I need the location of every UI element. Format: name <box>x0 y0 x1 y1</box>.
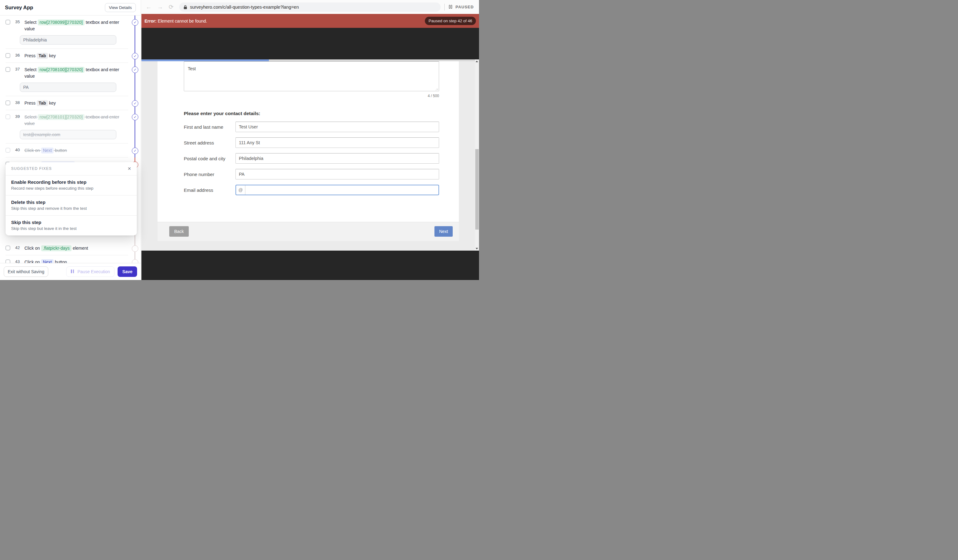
step-row[interactable]: 35Select row[2708099][270320] textbox an… <box>0 16 141 49</box>
fix-description: Skip this step but leave it in the test <box>11 226 131 231</box>
survey-next-button[interactable]: Next <box>435 226 453 237</box>
step-checkbox[interactable] <box>6 100 10 105</box>
left-panel: Survey App View Details 35Select row[270… <box>0 0 141 280</box>
step-target-chip: Tab <box>37 53 48 59</box>
pause-icon <box>71 269 75 274</box>
step-status-check-icon: ✓ <box>132 100 138 107</box>
step-checkbox[interactable] <box>6 114 10 119</box>
step-value-input[interactable]: test@example.com <box>20 130 116 139</box>
step-text: button <box>54 260 67 263</box>
field-value: 111 Any St <box>239 140 260 145</box>
url-bar[interactable]: surveyhero.com/c/all-question-types-exam… <box>179 3 441 12</box>
step-checkbox[interactable] <box>6 260 10 263</box>
pause-execution-button: Pause Execution <box>66 267 114 277</box>
form-row: First and last nameTest User <box>184 122 439 132</box>
close-icon[interactable]: ✕ <box>127 166 131 171</box>
step-row[interactable]: 42Click on .flatpickr-days element <box>0 241 141 255</box>
step-status-check-icon: ✓ <box>132 53 138 59</box>
field-value: Test User <box>239 124 258 129</box>
step-number: 38 <box>15 100 24 105</box>
step-row[interactable]: 37Select row[2708100][270320] textbox an… <box>0 63 141 96</box>
error-banner: Error: Element cannot be found. Paused o… <box>141 14 479 28</box>
step-text: Click on <box>24 260 41 263</box>
field-input[interactable]: Philadelphia <box>235 153 439 164</box>
step-row[interactable]: 38Press Tab key✓ <box>0 96 141 110</box>
save-button[interactable]: Save <box>117 267 137 277</box>
step-status-pending-icon <box>132 259 138 263</box>
suggested-fixes-title: SUGGESTED FIXES <box>11 167 52 171</box>
step-row[interactable]: 43Click on Next button <box>0 255 141 263</box>
scroll-up-icon[interactable] <box>476 61 478 62</box>
step-text: Select <box>24 20 38 25</box>
suggested-fix-item[interactable]: Delete this stepSkip this step and remov… <box>6 195 137 216</box>
step-value-input[interactable]: PA <box>20 82 116 92</box>
char-counter: 4 / 500 <box>184 94 439 98</box>
field-input[interactable]: PA <box>235 169 439 179</box>
step-checkbox[interactable] <box>6 148 10 152</box>
view-details-button[interactable]: View Details <box>105 3 136 12</box>
pause-status-icon <box>449 4 453 10</box>
survey-screen: Test 4 / 500 Please enter your contact d… <box>141 59 479 251</box>
field-input[interactable]: @ <box>235 185 439 195</box>
step-checkbox[interactable] <box>6 246 10 250</box>
step-number: 40 <box>15 147 24 152</box>
fix-title: Delete this step <box>11 200 131 205</box>
field-label: Email address <box>184 187 235 193</box>
step-number: 43 <box>15 259 24 263</box>
step-description: Select row[2708099][270320] textbox and … <box>24 19 123 32</box>
step-description: Select row[2708100][270320] textbox and … <box>24 67 123 79</box>
step-row[interactable]: 40Click on Next button✓ <box>0 144 141 157</box>
survey-page: Test 4 / 500 Please enter your contact d… <box>141 61 475 251</box>
step-status-check-icon: ✓ <box>132 148 138 154</box>
url-text: surveyhero.com/c/all-question-types-exam… <box>190 5 299 10</box>
contact-details-heading: Please enter your contact details: <box>184 111 260 116</box>
fix-title: Enable Recording before this step <box>11 179 131 185</box>
panel-footer: Exit without Saving Pause Execution Save <box>0 263 141 280</box>
step-target-chip: Next <box>41 259 54 263</box>
fix-title: Skip this step <box>11 220 131 225</box>
navbar-divider <box>444 4 445 11</box>
survey-footer: Back Next <box>157 222 459 241</box>
browser-scrollbar[interactable] <box>475 59 479 251</box>
step-number: 36 <box>15 52 24 57</box>
scrollbar-thumb[interactable] <box>475 149 479 230</box>
step-checkbox[interactable] <box>6 67 10 72</box>
suggested-fixes-header: SUGGESTED FIXES ✕ <box>6 162 137 175</box>
exit-without-saving-button[interactable]: Exit without Saving <box>4 267 48 277</box>
field-input[interactable]: Test User <box>235 122 439 132</box>
step-number: 42 <box>15 245 24 250</box>
error-message: Error: Element cannot be found. <box>144 19 207 24</box>
field-value: PA <box>239 172 244 177</box>
field-label: Street address <box>184 140 235 145</box>
step-description: Click on Next button <box>24 147 123 154</box>
step-text: element <box>71 246 88 251</box>
comments-textarea[interactable]: Test <box>184 61 439 91</box>
back-icon[interactable]: ← <box>146 4 152 11</box>
step-description: Press Tab key <box>24 100 123 106</box>
step-text: Click on <box>24 246 41 251</box>
step-status-check-icon: ✓ <box>132 67 138 73</box>
step-target-chip: row[2708101][270320] <box>38 114 84 120</box>
paused-step-pill: Paused on step 42 of 46 <box>425 17 476 25</box>
reload-icon[interactable]: ⟳ <box>169 3 174 11</box>
step-row[interactable]: 39Select row[2708101][270320] textbox an… <box>0 110 141 144</box>
survey-back-button[interactable]: Back <box>169 226 189 237</box>
field-label: Postal code and city <box>184 156 235 161</box>
step-value-input[interactable]: Philadelphia <box>20 35 116 44</box>
form-row: Email address@ <box>184 185 439 195</box>
step-checkbox[interactable] <box>6 20 10 24</box>
step-text: key <box>48 100 56 106</box>
step-checkbox[interactable] <box>6 53 10 58</box>
field-input[interactable]: 111 Any St <box>235 137 439 148</box>
step-status-check-icon: ✓ <box>132 19 138 26</box>
suggested-fix-item[interactable]: Skip this stepSkip this step but leave i… <box>6 216 137 235</box>
resize-grip-icon[interactable] <box>435 87 438 90</box>
step-text: Select <box>24 67 38 72</box>
scroll-down-icon[interactable] <box>476 248 478 249</box>
suggested-fix-item[interactable]: Enable Recording before this stepRecord … <box>6 175 137 195</box>
step-text: Select <box>24 114 38 119</box>
step-target-chip: row[2708099][270320] <box>38 19 84 25</box>
forward-icon[interactable]: → <box>157 4 163 11</box>
step-row[interactable]: 36Press Tab key✓ <box>0 49 141 63</box>
panel-header: Survey App View Details <box>0 0 141 16</box>
